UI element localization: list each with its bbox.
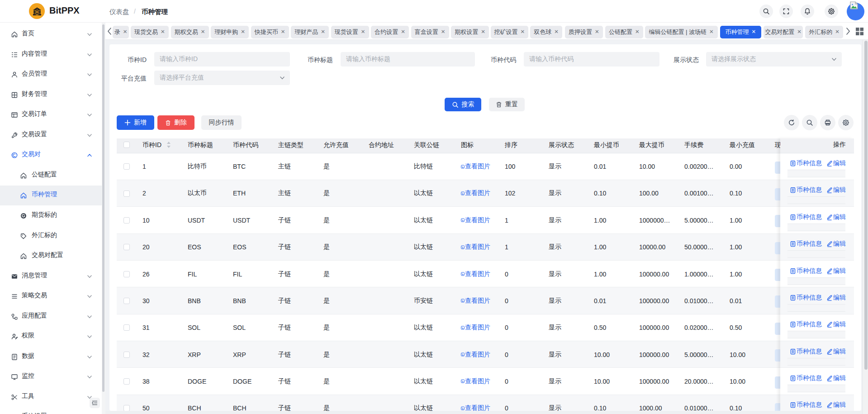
svg-text:B: B	[36, 10, 38, 14]
